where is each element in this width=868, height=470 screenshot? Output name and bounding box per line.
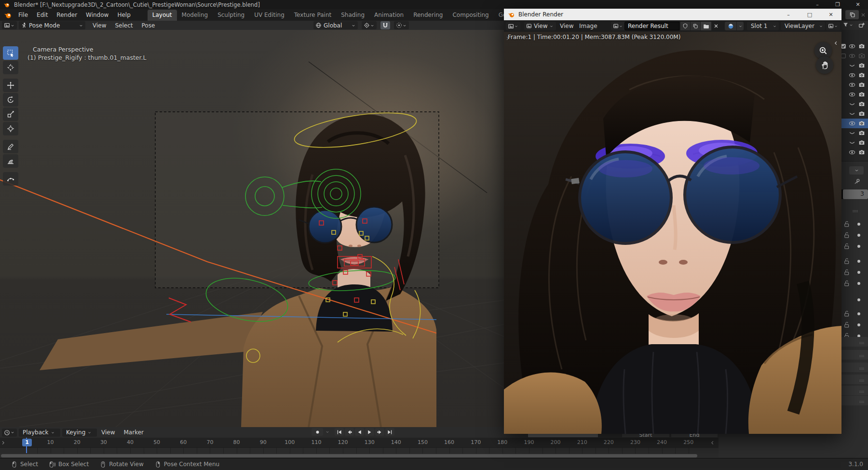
collapsed-panel-header[interactable] bbox=[839, 337, 868, 347]
display-channels-button[interactable] bbox=[725, 22, 736, 30]
animate-dot[interactable] bbox=[857, 323, 860, 326]
collapsed-panel-header[interactable] bbox=[839, 396, 868, 405]
pass-dropdown[interactable] bbox=[826, 22, 840, 30]
menu-image[interactable]: Image bbox=[579, 22, 597, 30]
timeline-menu-view[interactable]: View bbox=[97, 429, 119, 436]
open-image-button[interactable] bbox=[701, 22, 711, 30]
restore-button[interactable]: ❐ bbox=[827, 0, 848, 9]
slot-dropdown[interactable]: Slot 1 bbox=[747, 22, 779, 30]
menu-file[interactable]: File bbox=[14, 9, 32, 21]
snap-toggle[interactable] bbox=[380, 21, 390, 29]
duplicate-window-icon[interactable] bbox=[845, 10, 859, 19]
grip-icon[interactable] bbox=[852, 208, 859, 215]
animate-dot[interactable] bbox=[857, 298, 860, 301]
unlink-icon[interactable] bbox=[713, 23, 719, 29]
tool-move[interactable] bbox=[3, 79, 18, 92]
timeline-tracks[interactable] bbox=[0, 447, 719, 453]
display-channels-chevron[interactable] bbox=[737, 22, 744, 30]
minimize-button[interactable]: – bbox=[778, 9, 799, 20]
animate-dot[interactable] bbox=[857, 245, 860, 248]
tab-texture-paint[interactable]: Texture Paint bbox=[289, 10, 336, 21]
view-mode-dropdown[interactable]: View bbox=[524, 22, 556, 30]
tool-scale[interactable] bbox=[3, 107, 18, 121]
minimize-button[interactable]: – bbox=[807, 0, 827, 9]
value-field[interactable]: 3 bbox=[843, 189, 868, 199]
tool-pose-breakdowner[interactable] bbox=[3, 172, 18, 186]
timeline-scrollbar[interactable] bbox=[1, 454, 697, 457]
pin-icon[interactable] bbox=[854, 178, 861, 185]
new-image-button[interactable] bbox=[691, 22, 700, 30]
tab-compositing[interactable]: Compositing bbox=[448, 10, 493, 21]
tab-animation[interactable]: Animation bbox=[369, 10, 408, 21]
animate-dot[interactable] bbox=[857, 234, 860, 237]
tool-annotate[interactable] bbox=[3, 140, 18, 153]
playback-play-button[interactable] bbox=[365, 428, 374, 436]
chevron-right-icon[interactable] bbox=[0, 440, 6, 445]
remove-icon[interactable] bbox=[860, 12, 866, 18]
chevron-down-icon[interactable] bbox=[325, 430, 330, 434]
fake-user-button[interactable] bbox=[680, 22, 690, 30]
collapsed-panel-header[interactable] bbox=[839, 386, 868, 395]
collapsed-panel-header[interactable] bbox=[839, 375, 868, 384]
menu-render[interactable]: Render bbox=[52, 9, 81, 21]
current-frame-badge[interactable]: 1 bbox=[22, 439, 32, 446]
timeline-keying-dropdown[interactable]: Keying bbox=[62, 429, 97, 437]
editor-type-dropdown[interactable] bbox=[2, 21, 17, 29]
close-button[interactable]: ✕ bbox=[820, 9, 841, 20]
menu-edit[interactable]: Edit bbox=[32, 9, 52, 21]
viewport-menu-pose[interactable]: Pose bbox=[137, 22, 160, 29]
tab-shading[interactable]: Shading bbox=[336, 10, 369, 21]
viewport-menu-select[interactable]: Select bbox=[110, 22, 137, 29]
chevron-left-icon[interactable] bbox=[710, 440, 715, 445]
menu-help[interactable]: Help bbox=[113, 9, 135, 21]
playback-prev-keyframe-button[interactable] bbox=[345, 428, 354, 436]
proportional-edit-dropdown[interactable] bbox=[394, 21, 409, 29]
tool-rotate[interactable] bbox=[3, 93, 18, 107]
animate-dot[interactable] bbox=[857, 282, 860, 285]
editor-type-dropdown[interactable] bbox=[2, 429, 17, 437]
transform-orientation-dropdown[interactable]: Global bbox=[313, 21, 358, 29]
view-layer-dropdown[interactable]: ViewLayer bbox=[781, 22, 825, 30]
collapsed-panel-header[interactable] bbox=[839, 350, 868, 360]
menu-window[interactable]: Window bbox=[81, 9, 113, 21]
collapsed-panel-header[interactable] bbox=[839, 363, 868, 372]
mode-dropdown[interactable]: Pose Mode bbox=[19, 21, 85, 29]
tool-transform[interactable] bbox=[3, 122, 18, 135]
main-window-titlebar[interactable]: Blender* [F:\_Nextupgrade3D\_2_Cartoon\_… bbox=[0, 0, 868, 9]
rendered-image[interactable] bbox=[504, 32, 841, 434]
editor-type-dropdown[interactable] bbox=[506, 22, 520, 30]
tool-select-box[interactable] bbox=[3, 46, 18, 60]
tab-uv-editing[interactable]: UV Editing bbox=[249, 10, 289, 21]
playback-jump-end-button[interactable] bbox=[385, 428, 394, 436]
timeline-playback-dropdown[interactable]: Playback bbox=[19, 429, 60, 437]
playback-next-keyframe-button[interactable] bbox=[375, 428, 384, 436]
animate-dot[interactable] bbox=[857, 271, 860, 274]
timeline-menu-marker[interactable]: Marker bbox=[119, 429, 148, 436]
tab-modeling[interactable]: Modeling bbox=[177, 10, 213, 21]
chevron-left-icon[interactable] bbox=[833, 40, 839, 46]
tool-measure[interactable] bbox=[3, 154, 18, 168]
playback-jump-start-button[interactable] bbox=[335, 428, 344, 436]
blender-menu-logo-icon[interactable] bbox=[4, 11, 12, 19]
menu-view[interactable]: View bbox=[560, 22, 573, 30]
playback-play-reverse-button[interactable] bbox=[355, 428, 364, 436]
maximize-button[interactable]: □ bbox=[799, 9, 820, 20]
new-collection-icon[interactable] bbox=[858, 22, 865, 28]
image-datablock-dropdown[interactable] bbox=[611, 22, 625, 30]
render-window-titlebar[interactable]: Blender Render – □ ✕ bbox=[504, 9, 841, 20]
tool-cursor[interactable] bbox=[3, 61, 18, 74]
image-name-field[interactable]: Render Result bbox=[624, 22, 679, 30]
pan-overlay-button[interactable] bbox=[816, 56, 833, 74]
animate-dot[interactable] bbox=[857, 260, 860, 263]
pivot-point-dropdown[interactable] bbox=[362, 21, 377, 29]
tab-layout[interactable]: Layout bbox=[148, 10, 177, 21]
tab-rendering[interactable]: Rendering bbox=[408, 10, 448, 21]
properties-dropdown[interactable] bbox=[849, 166, 864, 175]
animate-dot[interactable] bbox=[857, 223, 860, 226]
tab-sculpting[interactable]: Sculpting bbox=[213, 10, 249, 21]
close-button[interactable]: ✕ bbox=[848, 0, 868, 9]
timeline-ruler[interactable]: 1020304050607080901001101201301401501601… bbox=[0, 438, 719, 447]
animate-dot[interactable] bbox=[857, 312, 860, 315]
viewport-menu-view[interactable]: View bbox=[88, 22, 110, 29]
outliner-filter-dropdown[interactable] bbox=[842, 22, 854, 28]
